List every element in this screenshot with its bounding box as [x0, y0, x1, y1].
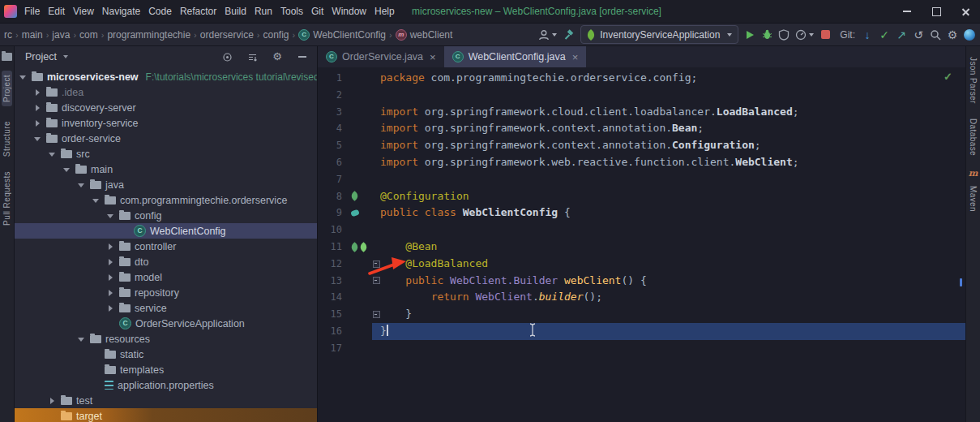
- project-tool-icon[interactable]: [2, 53, 12, 61]
- code-line[interactable]: 4import org.springframework.context.anno…: [318, 120, 965, 137]
- close-button[interactable]: [951, 0, 980, 23]
- tool-window-button-pull-requests[interactable]: Pull Requests: [2, 171, 11, 226]
- gutter[interactable]: [349, 120, 372, 137]
- fold-column[interactable]: [372, 306, 380, 323]
- tree-item-model[interactable]: model: [15, 269, 317, 285]
- menu-item-run[interactable]: Run: [250, 0, 276, 23]
- fold-marker-icon[interactable]: [373, 277, 380, 284]
- chevron-down-icon[interactable]: [91, 196, 101, 205]
- menu-item-build[interactable]: Build: [220, 0, 250, 23]
- breadcrumb-item-programmingtechie[interactable]: programmingtechie: [105, 29, 193, 41]
- profiler-gauge-icon[interactable]: [795, 28, 814, 42]
- gutter[interactable]: [349, 306, 372, 323]
- code-line[interactable]: 10: [318, 222, 965, 239]
- chevron-down-icon[interactable]: [47, 149, 57, 159]
- chevron-right-icon[interactable]: [32, 103, 42, 113]
- chevron-right-icon[interactable]: [105, 288, 115, 298]
- chevron-right-icon[interactable]: [32, 118, 42, 128]
- code-text[interactable]: package com.programmingtechie.orderservi…: [380, 70, 965, 87]
- plugin-sphere-icon[interactable]: [964, 29, 975, 41]
- tree-item-resources[interactable]: resources: [15, 331, 317, 347]
- breadcrumb-item-java[interactable]: java: [49, 29, 72, 41]
- tree-item-dto[interactable]: dto: [15, 254, 317, 269]
- tool-window-button-project[interactable]: Project: [2, 71, 12, 106]
- tree-item-com-programmingtechie-orderservice[interactable]: com.programmingtechie.orderservice: [15, 192, 317, 208]
- code-line[interactable]: 14 return WebClient.builder();: [318, 289, 965, 306]
- gutter[interactable]: [349, 340, 372, 357]
- code-text[interactable]: [380, 340, 965, 357]
- tree-item-idea[interactable]: .idea: [15, 84, 317, 100]
- inspections-ok-icon[interactable]: ✓: [944, 71, 952, 83]
- debug-bug-icon[interactable]: [761, 28, 772, 42]
- panel-settings-gear-icon[interactable]: ⚙: [271, 50, 284, 63]
- run-configuration-select[interactable]: InventoryServiceApplication: [580, 25, 738, 44]
- tree-item-java[interactable]: java: [15, 177, 317, 192]
- code-text[interactable]: public class WebClientConfig {: [380, 205, 965, 222]
- tree-item-discovery-server[interactable]: discovery-server: [15, 100, 317, 115]
- code-line[interactable]: 7: [318, 171, 965, 188]
- tree-item-inventory-service[interactable]: inventory-service: [15, 115, 317, 131]
- settings-gear-icon[interactable]: ⚙: [947, 28, 958, 42]
- menu-item-help[interactable]: Help: [370, 0, 399, 23]
- code-text[interactable]: @Bean: [380, 239, 965, 256]
- breadcrumb-item-com[interactable]: com: [77, 29, 101, 41]
- gutter[interactable]: [349, 87, 372, 104]
- tree-item-repository[interactable]: repository: [15, 285, 317, 300]
- tree-item-static[interactable]: static: [15, 347, 317, 362]
- chevron-down-icon[interactable]: [76, 180, 86, 190]
- gutter[interactable]: [349, 205, 372, 222]
- code-text[interactable]: @Configuration: [380, 188, 965, 205]
- tree-item-templates[interactable]: templates: [15, 362, 317, 377]
- code-text[interactable]: import org.springframework.web.reactive.…: [380, 154, 965, 171]
- breadcrumb-item-main[interactable]: main: [19, 29, 45, 41]
- tool-window-button-maven[interactable]: Maven: [969, 186, 978, 212]
- minimize-button[interactable]: [892, 0, 922, 23]
- breadcrumb-item-rc[interactable]: rc: [2, 29, 15, 41]
- code-text[interactable]: @LoadBalanced: [380, 256, 965, 273]
- hide-panel-icon[interactable]: [296, 50, 309, 63]
- chevron-down-icon[interactable]: [105, 211, 115, 221]
- gutter[interactable]: [349, 222, 372, 239]
- tree-item-controller[interactable]: controller: [15, 239, 317, 254]
- build-hammer-icon[interactable]: [563, 28, 575, 42]
- menu-item-refactor[interactable]: Refactor: [176, 0, 220, 23]
- gutter[interactable]: [349, 289, 372, 306]
- tree-item-application-properties[interactable]: application.properties: [15, 377, 317, 393]
- code-line[interactable]: 9public class WebClientConfig {: [318, 205, 965, 222]
- chevron-right-icon[interactable]: [105, 304, 115, 313]
- menu-item-code[interactable]: Code: [144, 0, 176, 23]
- run-button[interactable]: [744, 28, 755, 42]
- maximize-button[interactable]: [922, 0, 951, 23]
- gutter[interactable]: [349, 171, 372, 188]
- project-panel-title[interactable]: Project: [25, 51, 57, 62]
- code-line[interactable]: 15 }: [318, 306, 965, 323]
- tree-item-main[interactable]: main: [15, 161, 317, 177]
- tool-window-button-json-parser[interactable]: Json Parser: [969, 57, 978, 104]
- spring-leaf-icon[interactable]: [358, 242, 369, 252]
- code-text[interactable]: import org.springframework.context.annot…: [380, 120, 965, 137]
- tree-item-service[interactable]: service: [15, 300, 317, 316]
- locate-file-icon[interactable]: [220, 50, 233, 63]
- git-push-icon[interactable]: ↗: [896, 28, 907, 42]
- tree-item-microservices-new[interactable]: microservices-newF:\tutorials\microservi…: [15, 69, 317, 84]
- gutter[interactable]: [349, 137, 372, 154]
- tree-item-webclientconfig[interactable]: CWebClientConfig: [15, 223, 317, 239]
- search-icon[interactable]: [930, 28, 941, 42]
- code-text[interactable]: }: [380, 323, 965, 340]
- tool-window-button-database[interactable]: Database: [969, 118, 978, 156]
- rollback-icon[interactable]: ↺: [913, 28, 924, 42]
- menu-item-window[interactable]: Window: [327, 0, 370, 23]
- gutter[interactable]: [349, 188, 372, 205]
- code-line[interactable]: 11 @Bean: [318, 239, 965, 256]
- code-line[interactable]: 12 @LoadBalanced: [318, 256, 965, 273]
- chevron-right-icon[interactable]: [32, 88, 42, 97]
- chevron-down-icon[interactable]: [62, 165, 71, 174]
- code-editor[interactable]: 1package com.programmingtechie.orderserv…: [318, 67, 965, 422]
- gutter[interactable]: [349, 323, 372, 340]
- fold-marker-icon[interactable]: [373, 311, 380, 318]
- breadcrumb-item-config[interactable]: config: [260, 29, 291, 41]
- code-text[interactable]: }: [380, 306, 965, 323]
- chevron-right-icon[interactable]: [47, 396, 57, 406]
- stop-button[interactable]: [820, 28, 831, 42]
- code-text[interactable]: [380, 222, 965, 239]
